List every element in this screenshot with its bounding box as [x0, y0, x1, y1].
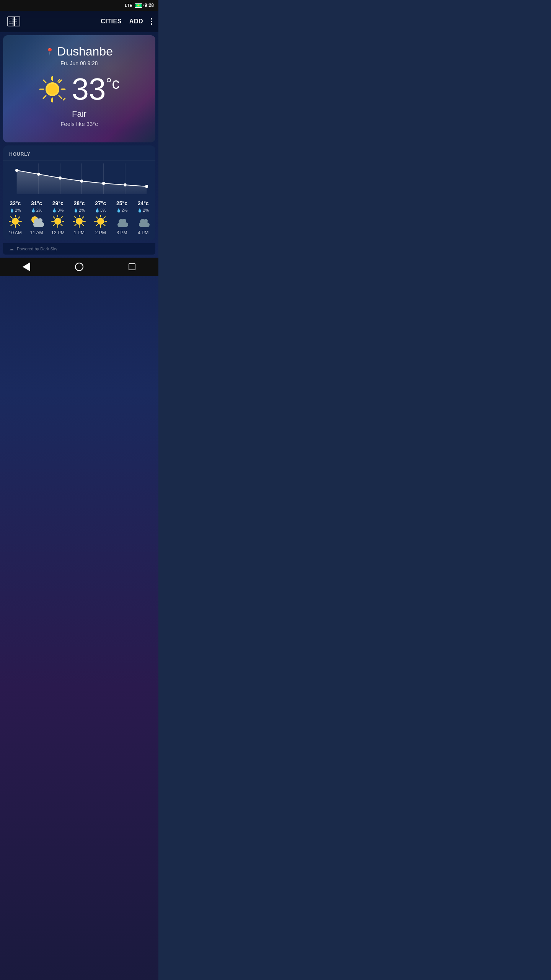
lte-indicator: LTE [125, 3, 132, 8]
svg-line-48 [61, 217, 62, 218]
bottom-navigation [0, 258, 158, 276]
temperature-chart [3, 163, 155, 196]
sun-icon-10am [8, 214, 23, 229]
city-name-row: 📍 Dushanbe [11, 44, 148, 59]
svg-line-58 [82, 217, 84, 218]
feels-like-text: Feels like 33°c [11, 121, 148, 127]
hourly-col-2pm: 27°c 💧 3% 2 P [90, 199, 111, 237]
svg-point-41 [38, 218, 42, 223]
svg-line-59 [75, 224, 76, 226]
city-name: Dushanbe [57, 44, 113, 59]
status-bar: LTE ⚡ 9:28 [0, 0, 158, 11]
svg-line-57 [82, 224, 84, 226]
temperature-row: 33°c [11, 74, 148, 105]
svg-point-71 [98, 219, 103, 224]
svg-line-31 [11, 217, 12, 218]
svg-line-56 [75, 217, 76, 218]
sun-icon-large [39, 76, 66, 103]
hourly-label: HOURLY [3, 152, 155, 160]
sun-icon-12pm [51, 214, 65, 229]
hourly-col-1pm: 28°c 💧 2% 1 P [68, 199, 90, 237]
moon-cloudy-icon-3pm [114, 214, 129, 229]
more-options-button[interactable] [151, 18, 152, 25]
svg-point-61 [77, 219, 82, 224]
top-navigation: CITIES ADD [0, 11, 158, 32]
svg-line-66 [96, 217, 98, 218]
svg-point-51 [55, 219, 60, 224]
svg-line-34 [11, 224, 12, 226]
weather-hero-card: 📍 Dushanbe Fri. Jun 08 9:28 [3, 35, 155, 142]
hourly-col-11am: 31°c 💧 2% 11 AM [26, 199, 47, 237]
hourly-section: HOURLY [3, 145, 155, 240]
temperature-display: 33°c [72, 74, 120, 105]
hourly-col-10am: 32°c 💧 2% 10 [5, 199, 26, 237]
svg-line-49 [53, 224, 55, 226]
sun-icon-2pm [93, 214, 108, 229]
dark-sky-logo: ☁ [9, 246, 14, 252]
svg-point-15 [15, 169, 18, 172]
svg-line-46 [53, 217, 55, 218]
svg-point-74 [122, 219, 126, 223]
home-button[interactable] [74, 261, 85, 272]
location-pin-icon: 📍 [46, 47, 54, 56]
powered-by-text: Powered by Dark Sky [17, 247, 57, 251]
back-button[interactable] [21, 261, 32, 272]
moon-cloudy-icon-4pm [136, 214, 150, 229]
nav-actions: CITIES ADD [101, 18, 152, 25]
add-button[interactable]: ADD [129, 18, 143, 25]
hourly-columns: 32°c 💧 2% 10 [3, 199, 155, 237]
svg-line-33 [18, 217, 20, 218]
svg-point-36 [13, 219, 18, 224]
svg-point-21 [145, 185, 148, 188]
partly-cloudy-icon-11am [29, 214, 44, 229]
svg-line-69 [96, 224, 98, 226]
svg-line-32 [18, 224, 20, 226]
map-icon[interactable] [6, 14, 21, 29]
svg-rect-2 [15, 17, 20, 26]
svg-line-68 [104, 217, 105, 218]
temp-value: 33°c [72, 72, 120, 106]
svg-rect-0 [8, 17, 13, 26]
hourly-divider [3, 160, 155, 160]
svg-line-47 [61, 224, 62, 226]
sun-icon-1pm [72, 214, 86, 229]
condition-text: Fair [11, 109, 148, 119]
cities-button[interactable]: CITIES [101, 18, 122, 25]
hourly-col-3pm: 25°c 💧 2% 3 PM [111, 199, 133, 237]
recents-button[interactable] [127, 261, 137, 272]
svg-point-77 [144, 219, 148, 223]
footer-bar: ☁ Powered by Dark Sky [3, 243, 155, 255]
clock: 9:28 [145, 3, 154, 8]
city-datetime: Fri. Jun 08 9:28 [11, 60, 148, 66]
battery-icon: ⚡ [135, 3, 142, 8]
hourly-col-12pm: 29°c 💧 3% 12 [47, 199, 68, 237]
hourly-col-4pm: 24°c 💧 2% 4 PM [132, 199, 154, 237]
svg-line-67 [104, 224, 105, 226]
